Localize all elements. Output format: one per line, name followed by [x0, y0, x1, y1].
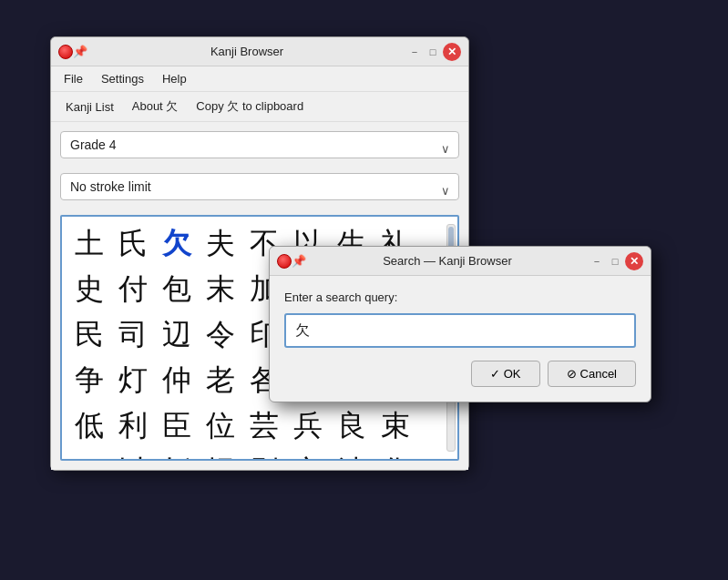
search-minimize-button[interactable]: −	[589, 253, 605, 270]
kanji-char-selected[interactable]: 欠	[157, 224, 197, 264]
search-window-controls: − □ ✕	[589, 252, 643, 270]
menu-file[interactable]: File	[56, 69, 90, 88]
toolbar-about[interactable]: About 欠	[125, 96, 186, 117]
kanji-char[interactable]: 民	[69, 315, 109, 355]
kanji-char[interactable]: 氏	[113, 224, 153, 264]
kanji-char[interactable]: 辺	[157, 315, 197, 355]
main-titlebar: 📌 Kanji Browser − □ ✕	[51, 37, 468, 66]
search-body: Enter a search query: ✓ OK ⊘ Cancel	[270, 276, 651, 402]
kanji-char[interactable]: 老	[200, 361, 241, 401]
toolbar-kanji-list[interactable]: Kanji List	[58, 97, 121, 117]
kanji-char[interactable]: 义	[288, 452, 328, 461]
kanji-char[interactable]: 司	[113, 315, 153, 355]
toolbar: Kanji List About 欠 Copy 欠 to clipboard	[51, 92, 468, 122]
search-maximize-button[interactable]: □	[607, 253, 623, 270]
kanji-char[interactable]: 良	[332, 406, 372, 446]
search-app-icon	[277, 254, 292, 269]
search-dialog: 📌 Search — Kanji Browser − □ ✕ Enter a s…	[269, 246, 651, 402]
pin-icon: 📌	[73, 45, 87, 58]
kanji-char[interactable]: 末	[200, 270, 241, 310]
maximize-button[interactable]: □	[425, 44, 441, 60]
kanji-char[interactable]: 仲	[157, 361, 197, 401]
kanji-char[interactable]: 兵	[288, 406, 328, 446]
menu-help[interactable]: Help	[155, 69, 194, 88]
toolbar-copy-clipboard[interactable]: Copy 欠 to clipboard	[189, 96, 311, 117]
kanji-char[interactable]: 化	[375, 452, 415, 461]
kanji-char[interactable]: と	[69, 452, 109, 461]
kanji-char[interactable]: 夫	[200, 224, 241, 264]
kanji-char[interactable]: 争	[69, 361, 109, 401]
ok-button[interactable]: ✓ OK	[471, 361, 540, 387]
menu-settings[interactable]: Settings	[94, 69, 151, 88]
main-window-controls: − □ ✕	[406, 43, 461, 61]
cancel-label: Cancel	[580, 367, 617, 381]
kanji-char[interactable]: 損	[200, 452, 241, 461]
stroke-dropdown-wrapper: No stroke limit 1 stroke 2 strokes 3 str…	[60, 173, 459, 208]
kanji-char[interactable]: 包	[157, 270, 197, 310]
main-window-title: Kanji Browser	[87, 45, 406, 58]
kanji-char[interactable]: 臣	[157, 406, 197, 446]
kanji-char[interactable]: 折	[157, 452, 197, 461]
grade-dropdown[interactable]: Grade 4 Grade 1 Grade 2 Grade 3 Grade 5 …	[60, 131, 459, 158]
kanji-char[interactable]: 芸	[244, 406, 284, 446]
cancel-button[interactable]: ⊘ Cancel	[548, 361, 636, 387]
kanji-char[interactable]: 利	[113, 406, 153, 446]
app-icon	[58, 45, 73, 59]
kanji-char[interactable]: 別	[244, 452, 284, 461]
stroke-dropdown[interactable]: No stroke limit 1 stroke 2 strokes 3 str…	[60, 173, 459, 200]
check-icon: ✓	[490, 367, 500, 381]
grade-dropdown-wrapper: Grade 4 Grade 1 Grade 2 Grade 3 Grade 5 …	[60, 131, 459, 166]
kanji-char[interactable]: 付	[113, 270, 153, 310]
kanji-char[interactable]: 以	[113, 452, 153, 461]
search-dialog-title: Search — Kanji Browser	[306, 254, 589, 268]
search-pin-icon: 📌	[292, 254, 306, 268]
ok-label: OK	[504, 367, 521, 381]
kanji-char[interactable]: 束	[375, 406, 415, 446]
kanji-row-5: 低 利 臣 位 芸 兵 良 束	[69, 406, 450, 446]
kanji-char[interactable]: 位	[200, 406, 241, 446]
kanji-char[interactable]: 灯	[113, 361, 153, 401]
cancel-icon: ⊘	[567, 367, 577, 381]
kanji-row-6: と 以 折 損 別 义 沙 化	[69, 452, 450, 461]
kanji-char[interactable]: 沙	[332, 452, 372, 461]
search-label: Enter a search query:	[284, 290, 636, 304]
search-titlebar: 📌 Search — Kanji Browser − □ ✕	[270, 247, 651, 276]
kanji-char[interactable]: 史	[69, 270, 109, 310]
kanji-char[interactable]: 土	[69, 224, 109, 264]
search-buttons: ✓ OK ⊘ Cancel	[284, 361, 636, 387]
search-input[interactable]	[284, 313, 636, 348]
search-close-button[interactable]: ✕	[625, 252, 643, 270]
kanji-char[interactable]: 低	[69, 406, 109, 446]
minimize-button[interactable]: −	[406, 44, 423, 60]
menubar: File Settings Help	[51, 66, 468, 92]
close-button[interactable]: ✕	[443, 43, 461, 61]
kanji-char[interactable]: 令	[200, 315, 241, 355]
